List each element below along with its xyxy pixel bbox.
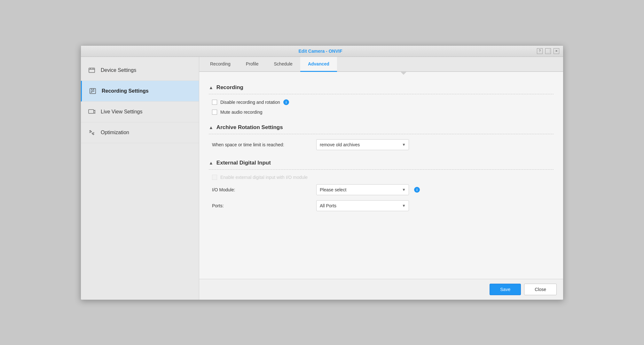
archive-rotation-title: Archive Rotation Settings: [216, 124, 283, 131]
recording-section: ▲ Recording Disable recording and rotati…: [209, 81, 554, 115]
tab-bar: Recording Profile Schedule Advanced: [199, 57, 563, 72]
enable-external-label: Enable external digital input with I/O m…: [220, 175, 308, 180]
io-module-dropdown-wrapper: Please select ▼: [316, 184, 409, 195]
enable-external-checkbox[interactable]: [212, 175, 217, 180]
tab-recording[interactable]: Recording: [202, 57, 238, 72]
sidebar-label-recording: Recording Settings: [102, 88, 149, 94]
main-content: Recording Profile Schedule Advanced: [199, 57, 563, 300]
recording-icon: [88, 87, 97, 96]
archive-rotation-field-row: When space or time limit is reached: rem…: [209, 139, 554, 150]
tab-advanced[interactable]: Advanced: [300, 57, 337, 72]
optimization-icon: [87, 128, 96, 137]
io-module-dropdown[interactable]: Please select: [316, 184, 409, 195]
help-button[interactable]: ?: [537, 48, 543, 54]
archive-collapse-icon[interactable]: ▲: [209, 125, 213, 130]
live-view-icon: [87, 107, 96, 116]
sidebar-item-optimization[interactable]: Optimization: [81, 122, 199, 143]
save-button[interactable]: Save: [490, 284, 521, 295]
disable-recording-checkbox[interactable]: [212, 100, 217, 105]
window-title: Edit Camera - ONVIF: [104, 49, 537, 54]
ports-field-row: Ports: All Ports ▼: [209, 200, 554, 211]
archive-rotation-header: ▲ Archive Rotation Settings: [209, 121, 554, 134]
mute-audio-checkbox[interactable]: [212, 110, 217, 115]
recording-section-title: Recording: [216, 84, 243, 91]
archive-rotation-section: ▲ Archive Rotation Settings When space o…: [209, 121, 554, 150]
external-input-collapse-icon[interactable]: ▲: [209, 160, 213, 165]
recording-section-header: ▲ Recording: [209, 81, 554, 94]
io-module-info-icon[interactable]: i: [414, 187, 420, 193]
external-digital-input-header: ▲ External Digital Input: [209, 157, 554, 170]
archive-rotation-field-label: When space or time limit is reached:: [212, 142, 311, 147]
svg-rect-7: [89, 110, 94, 113]
title-bar: Edit Camera - ONVIF ? ⬜ ✕: [81, 46, 563, 57]
footer: Save Close: [199, 279, 563, 300]
sidebar: Device Settings Recording Settings: [81, 57, 199, 300]
disable-recording-row: Disable recording and rotation i: [209, 99, 554, 105]
enable-external-row: Enable external digital input with I/O m…: [209, 175, 554, 180]
ports-dropdown[interactable]: All Ports: [316, 200, 409, 211]
ports-label: Ports:: [212, 203, 311, 208]
tab-schedule[interactable]: Schedule: [266, 57, 300, 72]
external-digital-input-section: ▲ External Digital Input Enable external…: [209, 157, 554, 211]
main-window: Edit Camera - ONVIF ? ⬜ ✕ Device Setting…: [81, 45, 563, 300]
archive-rotation-dropdown[interactable]: remove old archives stop recording: [316, 139, 409, 150]
svg-rect-0: [89, 68, 95, 73]
mute-audio-label: Mute audio recording: [220, 110, 263, 115]
title-bar-controls: ? ⬜ ✕: [537, 48, 559, 54]
io-module-label: I/O Module:: [212, 187, 311, 192]
maximize-button[interactable]: ⬜: [545, 48, 551, 54]
close-button[interactable]: ✕: [554, 48, 559, 54]
disable-recording-info-icon[interactable]: i: [283, 99, 289, 105]
device-icon: [87, 66, 96, 75]
close-button[interactable]: Close: [524, 284, 557, 295]
mute-audio-row: Mute audio recording: [209, 110, 554, 115]
sidebar-item-device-settings[interactable]: Device Settings: [81, 60, 199, 81]
tab-profile[interactable]: Profile: [238, 57, 266, 72]
external-digital-input-title: External Digital Input: [216, 160, 271, 166]
content-area: ▲ Recording Disable recording and rotati…: [199, 75, 563, 279]
io-module-field-row: I/O Module: Please select ▼ i: [209, 184, 554, 195]
archive-rotation-dropdown-wrapper: remove old archives stop recording ▼: [316, 139, 409, 150]
svg-rect-4: [90, 88, 96, 94]
sidebar-item-live-view[interactable]: Live View Settings: [81, 102, 199, 122]
disable-recording-label: Disable recording and rotation: [220, 100, 280, 105]
sidebar-label-optimization: Optimization: [101, 130, 129, 135]
ports-dropdown-wrapper: All Ports ▼: [316, 200, 409, 211]
sidebar-label-device: Device Settings: [101, 67, 136, 73]
recording-collapse-icon[interactable]: ▲: [209, 85, 213, 90]
window-body: Device Settings Recording Settings: [81, 57, 563, 300]
sidebar-item-recording-settings[interactable]: Recording Settings: [81, 81, 199, 102]
sidebar-label-live-view: Live View Settings: [101, 109, 142, 115]
